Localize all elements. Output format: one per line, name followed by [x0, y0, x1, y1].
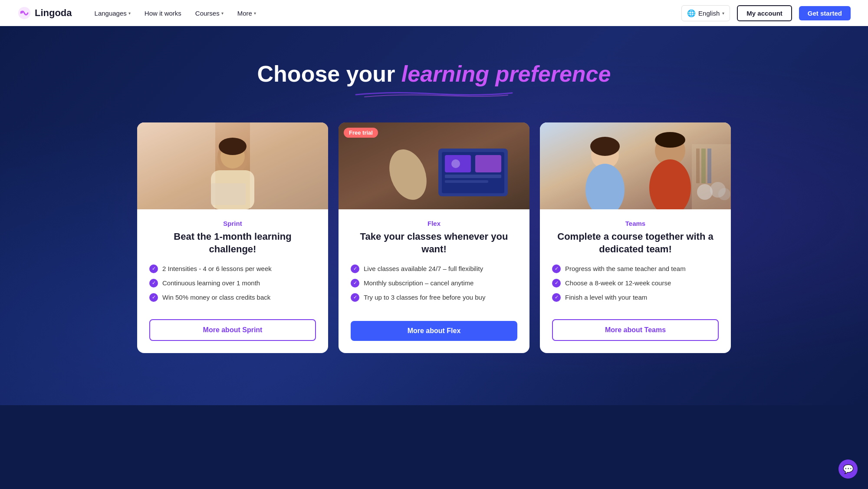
- navbar: Lingoda Languages ▾ How it works Courses…: [0, 0, 868, 26]
- check-icon: ✓: [149, 264, 158, 273]
- svg-rect-17: [445, 180, 488, 183]
- check-icon: ✓: [351, 293, 359, 302]
- chat-icon: 💬: [843, 464, 854, 474]
- globe-icon: 🌐: [687, 9, 696, 17]
- svg-rect-9: [211, 183, 246, 205]
- svg-rect-28: [701, 149, 706, 183]
- hero-section: Choose your learning preference: [0, 26, 868, 405]
- sprint-features: ✓ 2 Intensities - 4 or 6 lessons per wee…: [149, 264, 316, 307]
- svg-rect-29: [707, 149, 711, 183]
- teams-feature-3: ✓ Finish a level with your team: [552, 293, 719, 302]
- get-started-button[interactable]: Get started: [799, 6, 851, 20]
- language-selector[interactable]: 🌐 English ▾: [681, 5, 730, 21]
- lingoda-logo-icon: [17, 6, 31, 20]
- flex-card-body: Flex Take your classes whenever you want…: [339, 209, 529, 353]
- sprint-card-image: [137, 122, 328, 209]
- check-icon: ✓: [149, 293, 158, 302]
- sprint-title: Beat the 1-month learning challenge!: [149, 231, 316, 255]
- flex-title: Take your classes whenever you want!: [351, 231, 517, 255]
- chevron-down-icon: ▾: [128, 11, 131, 16]
- svg-point-18: [451, 159, 460, 168]
- nav-courses[interactable]: Courses ▾: [190, 6, 229, 20]
- hero-underline: [17, 90, 851, 101]
- flex-category: Flex: [351, 220, 517, 227]
- teams-card-body: Teams Complete a course together with a …: [540, 209, 731, 353]
- teams-card-image: [540, 122, 731, 209]
- svg-rect-27: [696, 149, 700, 183]
- svg-point-25: [655, 132, 685, 148]
- hero-title: Choose your learning preference: [17, 61, 851, 87]
- flex-card: Free trial Flex Take your classes whenev…: [339, 122, 529, 353]
- nav-more[interactable]: More ▾: [232, 6, 261, 20]
- nav-right: 🌐 English ▾ My account Get started: [681, 5, 851, 21]
- sprint-feature-2: ✓ Continuous learning over 1 month: [149, 278, 316, 287]
- svg-rect-8: [250, 122, 328, 209]
- nav-how-it-works[interactable]: How it works: [139, 6, 187, 20]
- flex-feature-2: ✓ Monthly subscription – cancel anytime: [351, 278, 517, 287]
- check-icon: ✓: [351, 264, 359, 273]
- sprint-card-body: Sprint Beat the 1-month learning challen…: [137, 209, 328, 353]
- more-about-flex-button[interactable]: More about Flex: [351, 321, 517, 341]
- teams-title: Complete a course together with a dedica…: [552, 231, 719, 255]
- flex-feature-1: ✓ Live classes available 24/7 – full fle…: [351, 264, 517, 273]
- teams-feature-1: ✓ Progress with the same teacher and tea…: [552, 264, 719, 273]
- check-icon: ✓: [351, 279, 359, 287]
- svg-point-32: [718, 188, 730, 200]
- svg-rect-15: [475, 155, 501, 172]
- svg-point-22: [590, 137, 620, 156]
- nav-languages[interactable]: Languages ▾: [89, 6, 136, 20]
- cards-section: Sprint Beat the 1-month learning challen…: [17, 122, 851, 379]
- teams-card: Teams Complete a course together with a …: [540, 122, 731, 353]
- sprint-category: Sprint: [149, 220, 316, 227]
- svg-rect-7: [137, 122, 215, 209]
- teams-category: Teams: [552, 220, 719, 227]
- check-icon: ✓: [552, 293, 561, 302]
- check-icon: ✓: [552, 264, 561, 273]
- flex-card-image: Free trial: [339, 122, 529, 209]
- svg-point-1: [20, 11, 23, 13]
- check-icon: ✓: [149, 279, 158, 287]
- chat-bubble[interactable]: 💬: [838, 459, 858, 479]
- free-trial-badge: Free trial: [344, 128, 378, 138]
- teams-feature-2: ✓ Choose a 8-week or 12-week course: [552, 278, 719, 287]
- nav-links: Languages ▾ How it works Courses ▾ More …: [89, 6, 682, 20]
- more-about-sprint-button[interactable]: More about Sprint: [149, 319, 316, 341]
- check-icon: ✓: [552, 279, 561, 287]
- svg-point-30: [697, 184, 713, 200]
- more-about-teams-button[interactable]: More about Teams: [552, 319, 719, 341]
- my-account-button[interactable]: My account: [737, 5, 792, 21]
- flex-feature-3: ✓ Try up to 3 classes for free before yo…: [351, 293, 517, 302]
- chevron-down-icon: ▾: [254, 11, 256, 16]
- sprint-feature-3: ✓ Win 50% money or class credits back: [149, 293, 316, 302]
- teams-features: ✓ Progress with the same teacher and tea…: [552, 264, 719, 307]
- sprint-card: Sprint Beat the 1-month learning challen…: [137, 122, 328, 353]
- logo[interactable]: Lingoda: [17, 6, 72, 20]
- svg-rect-16: [445, 175, 501, 178]
- chevron-down-icon: ▾: [221, 11, 224, 16]
- svg-point-6: [219, 138, 247, 155]
- sprint-feature-1: ✓ 2 Intensities - 4 or 6 lessons per wee…: [149, 264, 316, 273]
- chevron-down-icon: ▾: [722, 11, 724, 16]
- flex-features: ✓ Live classes available 24/7 – full fle…: [351, 264, 517, 309]
- logo-text: Lingoda: [35, 7, 72, 19]
